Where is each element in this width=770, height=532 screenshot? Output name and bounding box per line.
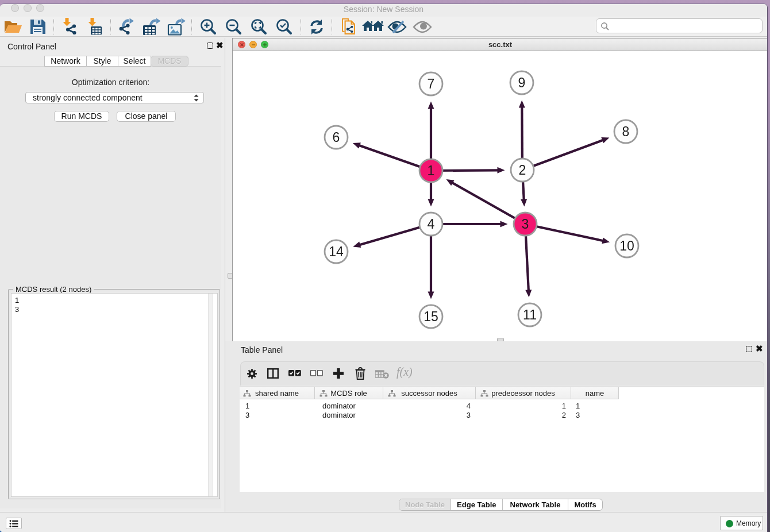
svg-text:1: 1	[428, 163, 435, 178]
svg-text:14: 14	[329, 244, 344, 259]
svg-text:2: 2	[519, 163, 526, 178]
svg-text:15: 15	[424, 309, 438, 324]
svg-text:10: 10	[619, 238, 634, 253]
svg-text:4: 4	[428, 217, 435, 232]
svg-text:9: 9	[518, 75, 526, 90]
svg-text:8: 8	[622, 124, 630, 139]
svg-text:7: 7	[428, 76, 435, 91]
svg-text:11: 11	[523, 307, 537, 322]
svg-text:6: 6	[333, 130, 340, 145]
svg-text:3: 3	[522, 217, 529, 232]
